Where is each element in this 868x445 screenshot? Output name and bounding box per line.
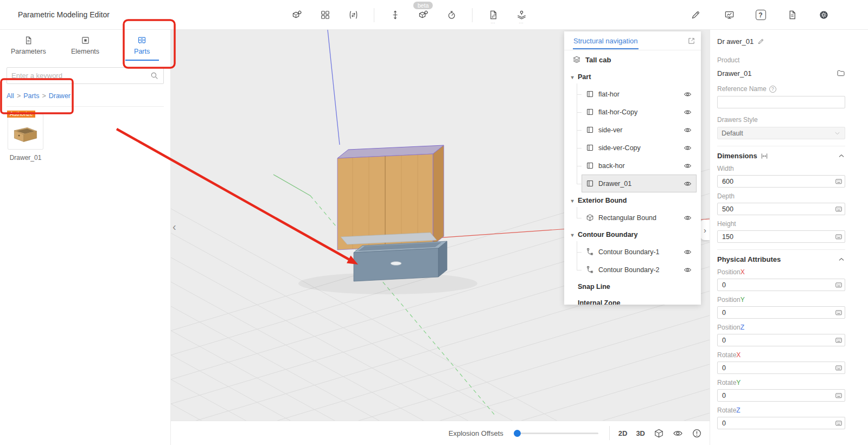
breadcrumb-drawer[interactable]: Drawer [49,92,71,100]
visibility-eye-icon[interactable] [684,108,692,116]
collapse-left-panel-chevron[interactable]: ‹ [173,221,176,233]
product-value: Drawer_01 [717,69,752,78]
display-chart-icon[interactable] [722,8,737,23]
visibility-eye-icon[interactable] [684,90,692,98]
3d-viewport[interactable]: ‹ › Explosion Offsets 2D 3D Structural n… [171,30,710,445]
keypad-input-icon[interactable] [835,178,843,185]
tree-item-side-ver-copy[interactable]: side-ver-Copy [582,139,697,157]
tree-item-rectangular-bound[interactable]: Rectangular Bound [582,209,697,227]
visibility-eye-icon[interactable] [673,428,683,438]
tab-elements[interactable]: Elements [57,30,114,61]
explosion-offsets-label: Explosion Offsets [449,429,503,437]
tree-item-side-ver[interactable]: side-ver [582,121,697,139]
search-input[interactable] [11,72,150,80]
visibility-eye-icon[interactable] [684,214,692,222]
visibility-eye-icon[interactable] [684,144,692,152]
view-2d-button[interactable]: 2D [618,429,628,437]
visibility-eye-icon[interactable] [684,266,692,274]
breadcrumb-parts[interactable]: Parts [23,92,39,100]
open-folder-icon[interactable] [837,69,845,78]
keypad-input-icon[interactable] [835,364,843,372]
structural-navigation-title[interactable]: Structural navigation [573,33,639,49]
settings-gear-icon[interactable] [816,8,831,23]
width-input[interactable] [717,175,845,188]
part-thumbnail[interactable] [8,114,43,150]
visibility-eye-icon[interactable] [684,126,692,134]
perspective-cube-icon[interactable] [654,428,664,438]
breadcrumb-all[interactable]: All [7,92,14,100]
collapse-right-panel-chevron[interactable]: › [700,220,710,240]
apps-grid-icon[interactable] [317,8,333,23]
alert-info-icon[interactable] [692,428,702,438]
rotate-x-input[interactable] [717,362,845,374]
caret-down-icon[interactable]: ▾ [570,232,575,238]
position-z-input[interactable] [717,334,845,346]
tree-item-back-hor[interactable]: back-hor [582,157,697,175]
position-prefix: Position [717,324,741,331]
model-settings-icon[interactable] [289,8,304,23]
keypad-input-icon[interactable] [835,337,843,344]
edit-pencil-icon[interactable] [688,8,703,23]
document-icon[interactable] [784,8,800,23]
collapse-section-chevron-icon[interactable] [838,256,845,263]
tree-group-part[interactable]: ▾ Part [564,69,701,85]
tree-item-contour-boundary-1[interactable]: Contour Boundary-1 [582,243,697,261]
visibility-eye-icon[interactable] [684,179,692,188]
height-input[interactable] [717,230,845,243]
reference-name-help-icon[interactable]: ? [769,86,776,93]
dimension-arrows-icon[interactable] [761,152,768,160]
drawer-model[interactable] [354,241,447,281]
keypad-input-icon[interactable] [835,233,843,241]
library-tabs: Parameters Elements Parts [0,30,170,61]
selected-part-title: Dr awer_01 [717,37,754,46]
rename-pencil-icon[interactable] [757,38,764,45]
rotate-z-input[interactable] [717,417,845,429]
tree-item-contour-boundary-2[interactable]: Contour Boundary-2 [582,261,697,279]
rotate-y-input[interactable] [717,389,845,402]
tree-item-label: Drawer_01 [598,180,631,188]
explosion-offsets-slider[interactable] [514,433,598,434]
tree-item-flat-hor[interactable]: flat-hor [582,85,697,103]
visibility-eye-icon[interactable] [684,162,692,170]
tab-parts[interactable]: Parts [113,30,170,61]
keypad-input-icon[interactable] [835,392,843,399]
visibility-eye-icon[interactable] [684,248,692,256]
part-card-drawer-01[interactable]: Authorize Drawer_01 [8,114,44,162]
keypad-input-icon[interactable] [835,281,843,289]
position-y-input[interactable] [717,306,845,319]
tree-group-internal-zone[interactable]: Internal Zone [564,295,701,305]
help-icon[interactable]: ? [753,8,768,23]
tree-item-drawer-01[interactable]: Drawer_01 [582,175,697,192]
drawers-style-select[interactable]: Default [717,127,845,139]
tab-parameters[interactable]: Parameters [0,30,57,61]
beta-cube-icon[interactable]: beta [416,8,431,23]
tree-children: Rectangular Bound [564,209,701,227]
position-y-field: PositionY [717,296,845,319]
reference-name-input[interactable] [717,96,845,108]
document-edit-icon[interactable]: … [486,8,501,23]
vertical-measure-icon[interactable] [387,8,403,23]
view-3d-button[interactable]: 3D [636,429,645,437]
gauge-icon[interactable] [444,8,459,23]
expand-panel-icon[interactable] [687,37,695,45]
depth-input[interactable] [717,203,845,215]
caret-down-icon[interactable]: ▾ [570,198,575,204]
slider-thumb[interactable] [514,430,521,437]
truncated-label: … [490,19,496,24]
tree-group-snap-line[interactable]: Snap Line [564,279,701,295]
tree-group-contour-boundary[interactable]: ▾ Contour Boundary [564,227,701,243]
tree-group-exterior-bound[interactable]: ▾ Exterior Bound [564,192,701,209]
tree-item-flat-hor-copy[interactable]: flat-hor-Copy [582,103,697,121]
caret-down-icon[interactable]: ▾ [570,74,575,80]
swap-parameters-icon[interactable] [346,8,361,23]
collapse-section-chevron-icon[interactable] [838,152,845,160]
layers-pin-icon[interactable]: … [514,8,529,23]
tab-label: Elements [71,48,99,55]
search-icon[interactable] [150,71,159,80]
keypad-input-icon[interactable] [835,420,843,427]
part-panel-icon [586,126,594,134]
keypad-input-icon[interactable] [835,309,843,317]
keypad-input-icon[interactable] [835,205,843,213]
position-x-input[interactable] [717,279,845,291]
tree-root-tall-cab[interactable]: Tall cab [564,50,701,69]
